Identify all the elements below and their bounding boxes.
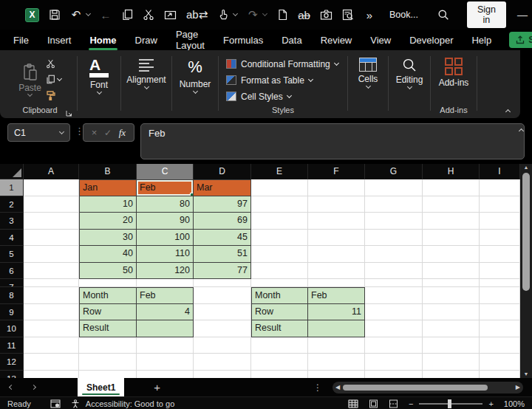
row-header-6[interactable]: 6: [0, 263, 24, 280]
cell[interactable]: [480, 213, 520, 230]
save-icon[interactable]: [49, 8, 61, 21]
select-all-corner[interactable]: [0, 164, 24, 179]
touch-mode-icon[interactable]: [217, 8, 229, 21]
next-sheet-icon[interactable]: [22, 385, 44, 389]
tab-data[interactable]: Data: [281, 32, 302, 49]
cell[interactable]: [24, 354, 79, 371]
cell[interactable]: [423, 213, 480, 230]
cell[interactable]: [365, 263, 423, 280]
cell[interactable]: [423, 337, 480, 354]
column-header-d[interactable]: D: [194, 164, 251, 179]
cell[interactable]: [251, 263, 308, 280]
copy-button[interactable]: [46, 74, 61, 86]
cell-B9[interactable]: Row: [79, 304, 137, 321]
cell[interactable]: [308, 230, 365, 247]
more-commands-icon[interactable]: »: [364, 8, 375, 21]
tab-review[interactable]: Review: [320, 32, 353, 49]
cell[interactable]: [308, 213, 365, 230]
cell-C6[interactable]: 120: [137, 263, 194, 280]
cell-B5[interactable]: 40: [79, 246, 137, 263]
row-header-3[interactable]: 3: [0, 213, 24, 230]
cell[interactable]: [251, 230, 308, 247]
cell[interactable]: [365, 246, 423, 263]
scroll-up-icon[interactable]: ▲: [524, 164, 529, 171]
cell[interactable]: [365, 304, 423, 321]
prev-sheet-icon[interactable]: [0, 385, 22, 389]
camera-icon[interactable]: [320, 8, 332, 21]
addins-icon[interactable]: [445, 58, 463, 75]
cell[interactable]: [365, 354, 423, 371]
cell-B4[interactable]: 30: [79, 230, 137, 247]
cell-styles-button[interactable]: Cell Styles: [226, 90, 291, 103]
cell[interactable]: [194, 371, 251, 379]
row-header-1[interactable]: 1: [0, 179, 24, 196]
cell[interactable]: [423, 354, 480, 371]
tab-developer[interactable]: Developer: [409, 32, 454, 49]
cell[interactable]: [365, 196, 423, 213]
cell-C1-selected[interactable]: Feb: [137, 179, 194, 196]
scroll-down-icon[interactable]: ▼: [524, 371, 529, 378]
cells-group[interactable]: Cells: [349, 53, 386, 118]
row-header-11[interactable]: 11: [0, 337, 24, 354]
cell[interactable]: [24, 179, 79, 196]
cell[interactable]: [365, 371, 423, 379]
cell[interactable]: [423, 263, 480, 280]
cell[interactable]: [137, 354, 194, 371]
tab-formulas[interactable]: Formulas: [222, 32, 264, 49]
cell-F10[interactable]: [308, 320, 365, 337]
cell-B6[interactable]: 50: [79, 263, 137, 280]
cell-B10[interactable]: Result: [79, 320, 137, 337]
column-header-g[interactable]: G: [365, 164, 423, 179]
cell-C5[interactable]: 110: [137, 246, 194, 263]
zoom-out-button[interactable]: −: [409, 399, 413, 408]
alignment-group[interactable]: Alignment: [123, 53, 170, 118]
cell[interactable]: [24, 263, 79, 280]
cell[interactable]: [137, 279, 194, 287]
cell[interactable]: [308, 337, 365, 354]
cell[interactable]: [365, 213, 423, 230]
cell-D3[interactable]: 69: [194, 213, 251, 230]
cell[interactable]: [24, 246, 79, 263]
cell[interactable]: [24, 196, 79, 213]
format-painter-button[interactable]: [46, 89, 56, 101]
column-header-c[interactable]: C: [137, 164, 194, 179]
cell-F8[interactable]: Feb: [308, 287, 365, 304]
cell[interactable]: [480, 196, 520, 213]
cell-F9[interactable]: 11: [308, 304, 365, 321]
cell[interactable]: [251, 354, 308, 371]
cell[interactable]: [251, 213, 308, 230]
row-header-12[interactable]: 12: [0, 354, 24, 371]
find-replace-icon[interactable]: ab⇄: [186, 8, 208, 21]
row-header-13[interactable]: 13: [0, 371, 24, 379]
cell[interactable]: [24, 213, 79, 230]
cell[interactable]: [365, 230, 423, 247]
cell[interactable]: [480, 304, 520, 321]
cell-C9[interactable]: 4: [137, 304, 194, 321]
cell[interactable]: [308, 179, 365, 196]
normal-view-icon[interactable]: [348, 399, 358, 408]
cell[interactable]: [194, 287, 251, 304]
sheet-tab-sheet1[interactable]: Sheet1: [78, 378, 124, 396]
row-header-10[interactable]: 10: [0, 320, 24, 337]
cell-C2[interactable]: 80: [137, 196, 194, 213]
row-header-9[interactable]: 9: [0, 304, 24, 321]
cell[interactable]: [79, 371, 137, 379]
cell[interactable]: [365, 320, 423, 337]
cell[interactable]: [480, 230, 520, 247]
row-header-7[interactable]: 7: [0, 279, 24, 287]
paste-range-icon[interactable]: [164, 8, 177, 21]
tab-home[interactable]: Home: [89, 32, 117, 49]
cell-D5[interactable]: 51: [194, 246, 251, 263]
cell-D4[interactable]: 45: [194, 230, 251, 247]
column-header-a[interactable]: A: [24, 164, 79, 179]
name-box[interactable]: C1: [7, 123, 70, 142]
cell[interactable]: [480, 354, 520, 371]
zoom-in-button[interactable]: +: [488, 399, 493, 408]
cut-button[interactable]: [46, 58, 55, 70]
page-break-view-icon[interactable]: [389, 399, 398, 408]
cell[interactable]: [423, 304, 480, 321]
cell[interactable]: [308, 279, 365, 287]
cell[interactable]: [308, 371, 365, 379]
cell[interactable]: [137, 337, 194, 354]
cell[interactable]: [308, 354, 365, 371]
